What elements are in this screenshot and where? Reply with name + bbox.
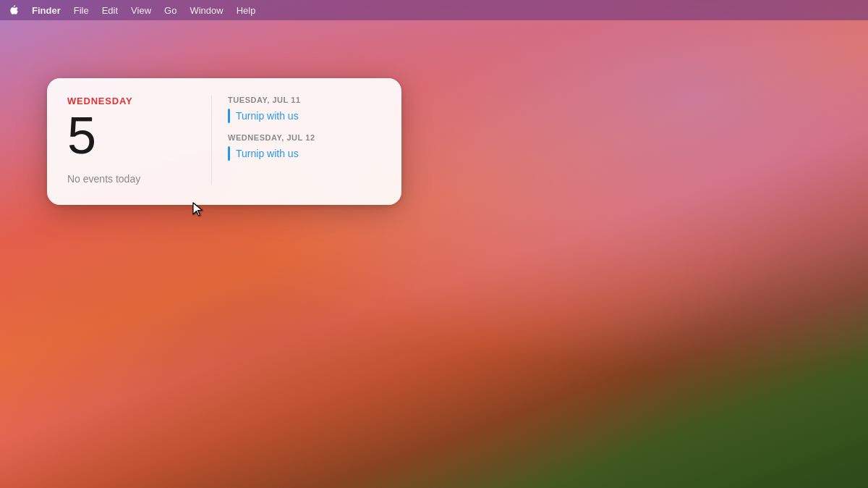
calendar-events-panel: Tuesday, Jul 11 Turnip with us Wednesday… — [212, 96, 381, 185]
calendar-section-tuesday: Tuesday, Jul 11 Turnip with us — [228, 96, 381, 123]
menubar: Finder File Edit View Go Window Help — [0, 0, 868, 20]
calendar-day-label: Wednesday — [67, 96, 197, 106]
calendar-day-number: 5 — [67, 109, 197, 161]
menubar-edit[interactable]: Edit — [102, 5, 118, 16]
calendar-event-bar-1 — [228, 146, 230, 161]
menubar-finder[interactable]: Finder — [32, 5, 61, 16]
calendar-event-0[interactable]: Turnip with us — [228, 109, 381, 123]
menubar-window[interactable]: Window — [190, 5, 223, 16]
calendar-date-header-wednesday: Wednesday, Jul 12 — [228, 133, 381, 142]
calendar-no-events: No events today — [67, 173, 197, 185]
calendar-event-title-0: Turnip with us — [236, 110, 299, 122]
calendar-widget: Wednesday 5 No events today Tuesday, Jul… — [47, 78, 401, 205]
calendar-date-header-tuesday: Tuesday, Jul 11 — [228, 96, 381, 104]
calendar-event-title-1: Turnip with us — [236, 148, 299, 159]
menubar-help[interactable]: Help — [237, 5, 256, 16]
menubar-view[interactable]: View — [131, 5, 151, 16]
desktop-wallpaper — [0, 0, 868, 488]
calendar-section-wednesday: Wednesday, Jul 12 Turnip with us — [228, 133, 381, 161]
menubar-go[interactable]: Go — [164, 5, 176, 16]
calendar-today-panel: Wednesday 5 No events today — [67, 96, 212, 185]
calendar-event-1[interactable]: Turnip with us — [228, 146, 381, 161]
calendar-event-bar-0 — [228, 109, 230, 123]
menubar-file[interactable]: File — [74, 5, 89, 16]
apple-icon[interactable] — [9, 5, 19, 15]
